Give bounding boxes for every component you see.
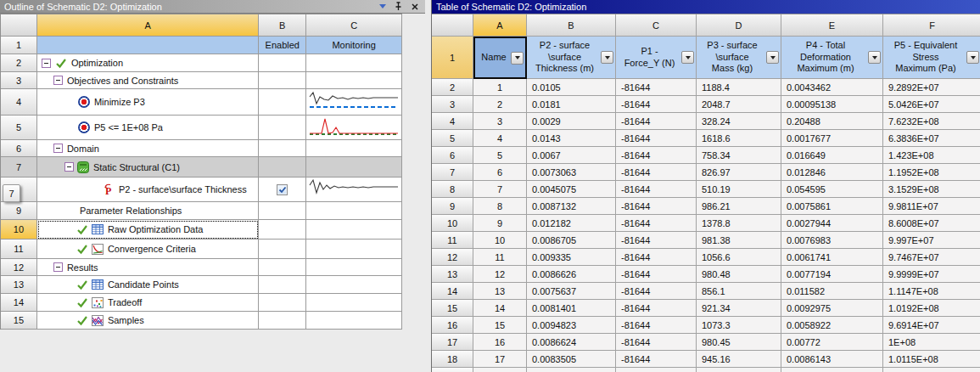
collapse-icon[interactable] [53, 144, 63, 153]
cell-name[interactable]: 12 [473, 266, 527, 283]
cell-value[interactable]: 758.34 [697, 147, 781, 164]
cell-value[interactable]: 980.48 [697, 266, 781, 283]
cell-value[interactable] [616, 368, 697, 372]
cell-value[interactable]: 0.054595 [781, 181, 883, 198]
collapse-icon[interactable] [53, 262, 63, 272]
cell-value[interactable]: 5.0426E+07 [883, 96, 980, 113]
cell-value[interactable]: 945.16 [697, 351, 781, 368]
cell-value[interactable]: 0.0181 [527, 96, 616, 113]
tree-item-p2-parameter[interactable]: P P2 - surface\surface Thickness [37, 178, 260, 202]
filter-dropdown-button[interactable] [966, 51, 979, 64]
cell-value[interactable]: -81644 [616, 164, 697, 181]
enabled-cell[interactable] [259, 54, 306, 72]
tree-item-optimization[interactable]: Optimization [37, 54, 259, 72]
cell-value[interactable]: -81644 [616, 334, 697, 351]
enabled-cell[interactable] [259, 202, 306, 220]
cell-name[interactable]: 17 [473, 351, 527, 368]
tree-item-results[interactable]: Results [37, 259, 259, 276]
tree-item-parameter-relationships[interactable]: Parameter Relationships [37, 202, 260, 220]
row-header[interactable]: 7 [1, 157, 37, 178]
cell-value[interactable]: 0.0086626 [527, 266, 616, 283]
enabled-cell[interactable] [259, 116, 306, 140]
enabled-cell[interactable] [259, 220, 306, 240]
close-button[interactable] [408, 1, 421, 12]
cell-value[interactable]: 1.0115E+08 [883, 351, 980, 368]
cell-value[interactable]: 9.7467E+07 [883, 249, 980, 266]
cell-value[interactable]: 1618.6 [697, 130, 781, 147]
row-header[interactable]: 13 [1, 276, 37, 294]
monitoring-cell[interactable] [306, 54, 402, 72]
cell-value[interactable]: -81644 [616, 266, 697, 283]
cell-value[interactable]: 0.00772 [781, 334, 883, 351]
row-header[interactable]: 14 [1, 294, 37, 312]
cell-value[interactable]: -81644 [616, 215, 697, 232]
cell-value[interactable]: 0.0043462 [781, 79, 883, 96]
cell-value[interactable]: 1188.4 [697, 79, 781, 96]
cell-value[interactable]: 1073.3 [697, 317, 781, 334]
row-header[interactable]: 15 [1, 312, 37, 330]
corner-cell[interactable] [432, 14, 473, 37]
row-header[interactable]: 8 [432, 181, 473, 198]
cell-value[interactable]: 1.1147E+08 [883, 283, 980, 300]
tree-item-raw-optimization-data[interactable]: Raw Optimization Data [37, 220, 260, 240]
subheader-blank-cell[interactable] [37, 37, 259, 54]
row-header[interactable]: 3 [432, 96, 473, 113]
monitoring-cell[interactable] [306, 294, 402, 312]
row-header[interactable]: 4 [432, 113, 473, 130]
monitoring-cell[interactable] [306, 157, 402, 178]
cell-name[interactable]: 14 [473, 300, 527, 317]
cell-value[interactable]: 9.9811E+07 [883, 198, 980, 215]
cell-value[interactable]: 0.0017677 [781, 130, 883, 147]
cell-value[interactable]: 0.0067 [527, 147, 616, 164]
header-cell-p4[interactable]: P4 - Total Deformation Maximum (m) [781, 37, 883, 79]
row-header[interactable]: 17 [432, 334, 473, 351]
cell-name[interactable]: 4 [473, 130, 527, 147]
monitoring-cell[interactable] [306, 220, 402, 240]
row-header[interactable]: 6 [1, 140, 37, 157]
tree-item-objectives[interactable]: Objectives and Constraints [37, 72, 259, 89]
cell-value[interactable]: -81644 [616, 300, 697, 317]
cell-value[interactable]: -81644 [616, 147, 697, 164]
cell-value[interactable]: 1E+08 [883, 334, 980, 351]
cell-value[interactable] [697, 368, 781, 372]
row-header[interactable]: 5 [432, 130, 473, 147]
monitoring-cell[interactable] [306, 259, 402, 276]
cell-value[interactable]: 0.00095138 [781, 96, 883, 113]
cell-value[interactable]: 0.0143 [527, 130, 616, 147]
row-header[interactable]: 5 [1, 116, 37, 140]
cell-value[interactable]: 0.0086143 [781, 351, 883, 368]
collapse-icon[interactable] [42, 59, 51, 68]
cell-value[interactable]: 0.012846 [781, 164, 883, 181]
tree-item-convergence-criteria[interactable]: Convergence Criteria [37, 240, 260, 259]
cell-value[interactable]: -81644 [616, 113, 697, 130]
cell-value[interactable]: 0.0029 [527, 113, 616, 130]
cell-value[interactable] [883, 368, 980, 372]
cell-value[interactable]: -81644 [616, 96, 697, 113]
row-header[interactable]: 12 [1, 259, 37, 276]
column-header-b[interactable]: B [527, 14, 616, 37]
cell-value[interactable]: -81644 [616, 198, 697, 215]
cell-value[interactable]: 826.97 [697, 164, 781, 181]
cell-name[interactable]: 2 [473, 96, 527, 113]
cell-value[interactable]: 1056.6 [697, 249, 781, 266]
cell-value[interactable]: 986.21 [697, 198, 781, 215]
cell-value[interactable]: 6.3836E+07 [883, 130, 980, 147]
enabled-cell[interactable] [259, 259, 306, 276]
cell-value[interactable]: 0.0086705 [527, 232, 616, 249]
row-header[interactable]: 9 [1, 202, 37, 220]
header-cell-p3[interactable]: P3 - surface \surface Mass (kg) [697, 37, 781, 79]
cell-name[interactable]: 9 [473, 215, 527, 232]
cell-value[interactable]: 0.0077194 [781, 266, 883, 283]
cell-value[interactable]: 0.0075861 [781, 198, 883, 215]
subheader-monitoring[interactable]: Monitoring [306, 37, 402, 54]
row-header[interactable]: 18 [432, 351, 473, 368]
cell-value[interactable] [527, 368, 616, 372]
column-header-e[interactable]: E [781, 14, 883, 37]
enabled-cell[interactable] [259, 140, 306, 157]
cell-value[interactable]: 0.016649 [781, 147, 883, 164]
tree-item-p5-constraint[interactable]: P5 <= 1E+08 Pa [37, 116, 260, 140]
cell-value[interactable]: 0.009335 [527, 249, 616, 266]
header-cell-p2[interactable]: P2 - surface \surface Thickness (m) [527, 37, 616, 79]
cell-value[interactable]: 0.0058922 [781, 317, 883, 334]
column-header-c[interactable]: C [306, 14, 402, 37]
